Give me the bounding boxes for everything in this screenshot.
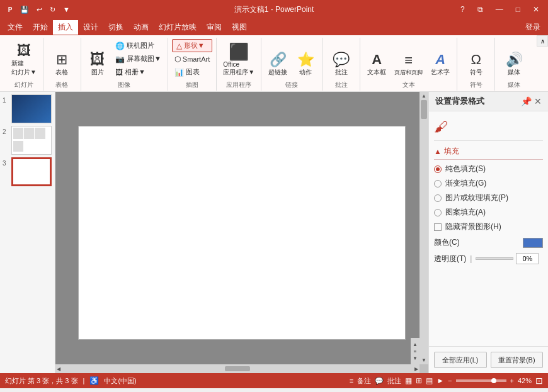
picture-icon: 🖼 [90,52,105,67]
online-picture-btn[interactable]: 🌐 联机图片 [113,40,164,52]
media-btn[interactable]: 🔊 媒体 [501,52,527,78]
zoom-slider[interactable] [456,379,506,382]
solid-fill-radio[interactable]: 纯色填充(S) [434,164,543,174]
slides-group-content: 🖼 新建幻灯片▼ [9,39,39,78]
gradient-fill-radio[interactable]: 渐变填充(G) [434,178,543,189]
table-label: 表格 [55,68,68,77]
wordart-btn[interactable]: A 艺术字 [428,52,453,78]
notes-label[interactable]: 备注 [357,376,371,386]
album-btn[interactable]: 🖼 相册▼ [113,66,164,78]
vertical-scrollbar[interactable]: ▲ ▼ [420,92,428,364]
menu-animation[interactable]: 动画 [128,20,154,35]
comments-group-content: 💬 批注 [329,39,354,78]
textbox-btn[interactable]: A 文本框 [364,52,389,78]
textbox-label: 文本框 [367,68,386,77]
online-picture-label: 联机图片 [127,41,154,50]
gradient-fill-indicator [434,180,442,188]
zoom-thumb[interactable] [491,378,496,383]
scroll-left-btn[interactable]: ◀ [55,366,62,372]
menu-design[interactable]: 设计 [78,20,103,35]
ribbon-scroll-btn[interactable]: ∧ [537,35,548,47]
smartart-btn[interactable]: ⬡ SmartArt [172,53,212,65]
layout-btn3[interactable]: ▤ [426,376,433,385]
scroll-extra-mid[interactable]: ≡ [414,349,417,354]
quick-more-btn[interactable]: ▼ [60,4,72,14]
screenshot-btn[interactable]: 📷 屏幕截图▼ [113,53,164,65]
ribbon-group-links: 🔗 超链接 ⭐ 动作 链接 [261,38,323,91]
bg-panel-pin-btn[interactable]: 📌 [521,96,532,106]
login-btn[interactable]: 登录 [520,20,545,35]
picture-fill-radio[interactable]: 图片或纹理填充(P) [434,193,543,203]
help-btn[interactable]: ? [457,4,469,15]
pattern-fill-radio[interactable]: 图案填充(A) [434,207,543,218]
bg-panel-header: 设置背景格式 📌 ✕ [429,92,548,111]
table-btn[interactable]: ⊞ 表格 [49,52,74,78]
menu-insert[interactable]: 插入 [53,20,78,35]
fit-btn[interactable]: ⊡ [535,376,543,386]
scroll-extra-down[interactable]: ▼ [413,356,418,361]
image-group-content: 🖼 图片 🌐 联机图片 📷 屏幕截图▼ 🖼 相册▼ [85,39,164,78]
quick-redo-btn[interactable]: ↻ [47,4,58,15]
layout-btn1[interactable]: ▦ [405,376,412,385]
shape-btn[interactable]: △ 形状▼ [172,39,212,52]
chart-btn[interactable]: 📊 图表 [172,66,212,78]
slide-thumb-1[interactable]: 1 [3,94,52,123]
scroll-right-btn[interactable]: ▶ [413,366,420,372]
zoom-plus-btn[interactable]: + [510,377,514,384]
scroll-up-btn[interactable]: ▲ [420,92,428,100]
picture-btn[interactable]: 🖼 图片 [85,50,110,78]
ribbon: 🖼 新建幻灯片▼ 幻灯片 ⊞ 表格 表格 🖼 图片 [0,35,548,92]
screenshot-icon: 📷 [115,55,125,64]
scroll-extra-up[interactable]: ▲ [413,342,418,347]
slide-preview-3[interactable] [11,157,52,186]
fill-radio-group: 纯色填充(S) 渐变填充(G) 图片或纹理填充(P) 图案填充(A) 隐藏背景图… [434,164,543,232]
new-slide-btn[interactable]: 🖼 新建幻灯片▼ [9,43,39,78]
header-footer-btn[interactable]: ≡ 页眉和页脚 [392,52,425,78]
media-group-label: 媒体 [508,81,520,89]
hyperlink-btn[interactable]: 🔗 超链接 [265,52,290,78]
menu-file[interactable]: 文件 [3,20,28,35]
bg-panel-close-btn[interactable]: ✕ [534,96,542,106]
scroll-down-btn[interactable]: ▼ [420,356,428,364]
menu-home[interactable]: 开始 [28,20,53,35]
quick-save-btn[interactable]: 💾 [18,4,31,15]
textbox-icon: A [372,53,382,67]
close-btn[interactable]: ✕ [529,4,543,15]
media-icon: 🔊 [506,53,523,67]
symbol-btn[interactable]: Ω 符号 [464,52,489,78]
comments-label[interactable]: 批注 [387,376,401,386]
zoom-minus-btn[interactable]: − [448,377,452,384]
apply-all-btn[interactable]: 全部应用(L) [434,352,487,368]
slide-preview-2[interactable] [11,126,52,155]
transparency-slider[interactable] [476,257,513,260]
color-picker-btn[interactable] [523,238,543,248]
scroll-thumb-h[interactable] [225,366,250,371]
layout-btn2[interactable]: ⊞ [416,376,422,385]
comment-btn[interactable]: 💬 批注 [329,52,354,78]
slide-canvas[interactable] [78,126,406,340]
restore-btn[interactable]: ⧉ [474,4,487,15]
bg-panel-title: 设置背景格式 [435,96,484,107]
office-apps-btn[interactable]: ⬛ Office应用程序▼ [220,42,257,78]
scroll-thumb-v[interactable] [421,100,427,119]
illustration-group-content: △ 形状▼ ⬡ SmartArt 📊 图表 [172,39,212,78]
fill-section-header[interactable]: ▲ 填充 [434,146,543,160]
menu-slideshow[interactable]: 幻灯片放映 [154,20,202,35]
illustration-col: △ 形状▼ ⬡ SmartArt 📊 图表 [172,39,212,78]
menu-view[interactable]: 视图 [227,20,252,35]
horizontal-scrollbar[interactable]: ◀ ▶ [55,364,420,373]
layout-btn4[interactable]: ► [437,376,444,385]
menu-transition[interactable]: 切换 [103,20,128,35]
slide-preview-1[interactable] [11,94,52,123]
quick-undo-btn[interactable]: ↩ [34,4,45,15]
maximize-btn[interactable]: □ [512,4,524,15]
apps-group-label: 应用程序 [226,81,251,89]
action-btn[interactable]: ⭐ 动作 [293,52,318,78]
slide-thumb-3[interactable]: 3 [3,157,52,186]
hide-bg-shape-checkbox[interactable]: 隐藏背景图形(H) [434,221,543,232]
menu-review[interactable]: 审阅 [202,20,227,35]
minimize-btn[interactable]: — [492,4,507,15]
transparency-input[interactable] [516,253,539,264]
reset-bg-btn[interactable]: 重置背景(B) [491,352,544,368]
slide-thumb-2[interactable]: 2 [3,126,52,155]
